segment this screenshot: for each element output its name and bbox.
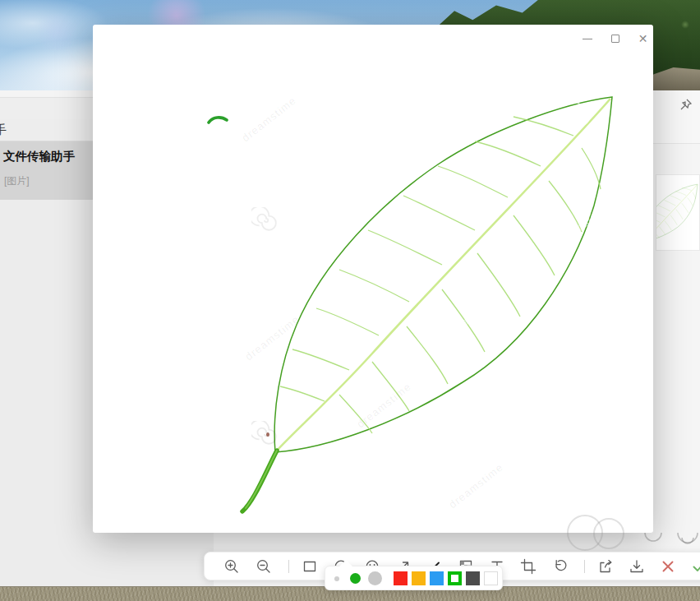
color-swatch-dark-gray[interactable] [466,571,480,585]
watermark-spiral-icon [251,207,278,233]
cancel-x-icon [658,557,678,576]
undo-button[interactable] [550,556,571,577]
palette-caret [338,560,353,567]
stroke-size-small[interactable] [334,576,339,581]
desktop: 手 文件传输助手 [图片] [0,0,700,601]
rectangle-icon [300,557,320,576]
close-button[interactable]: ✕ [638,28,648,49]
watermark-spiral-icon [459,202,486,229]
leaf-blemish [266,432,269,437]
color-swatch-red[interactable] [394,571,408,585]
download-icon [627,557,647,576]
zoom-in-icon [222,557,242,576]
share-icon [596,557,615,576]
zoom-out-icon [254,557,274,576]
watermark-circle-icon [593,518,624,549]
image-canvas[interactable]: dreamstime dreamstime dreamstime dreamst… [93,25,653,533]
watermark-spiral-icon [251,421,278,447]
confirm-button[interactable] [688,556,700,577]
toolbar-separator [288,560,289,573]
chat-image-message-thumbnail[interactable] [656,174,700,251]
toolbar-separator [584,560,585,573]
crop-tool-button[interactable] [518,556,539,577]
green-pen-stroke [207,113,228,125]
watermark-arc-icon [644,531,664,543]
confirm-check-icon [689,557,700,576]
crop-icon [518,557,538,576]
close-icon: ✕ [638,33,648,44]
chat-name: 文件传输助手 [3,149,75,164]
watermark-arc-icon [677,531,700,546]
color-swatch-green-selected[interactable] [448,571,462,585]
color-swatch-blue[interactable] [430,571,444,585]
color-swatch-yellow[interactable] [412,571,426,585]
minimize-button[interactable] [582,28,592,49]
leaf-thumbnail-image [656,174,700,251]
zoom-in-button[interactable] [221,556,242,577]
window-controls: ✕ [582,28,648,49]
stroke-size-medium-selected[interactable] [350,573,361,584]
pen-options-palette [325,566,503,590]
watermark-spiral-icon [459,413,486,439]
undo-icon [550,557,570,576]
chat-preview: [图片] [4,174,30,188]
rectangle-tool-button[interactable] [299,556,320,577]
color-swatch-white[interactable] [484,571,498,585]
zoom-out-button[interactable] [253,556,274,577]
clipped-character-fragment: 手 [0,123,7,138]
stroke-size-large[interactable] [368,571,382,585]
lens-flare [33,13,82,51]
maximize-icon [611,35,619,43]
pin-icon[interactable] [679,98,693,111]
image-viewer-window: dreamstime dreamstime dreamstime dreamst… [93,25,653,533]
minimize-icon [583,39,592,39]
watermark-spiral-icon [564,102,591,128]
maximize-button[interactable] [610,28,620,49]
cancel-button[interactable] [657,556,679,577]
share-button[interactable] [595,556,616,577]
save-button[interactable] [626,556,647,577]
